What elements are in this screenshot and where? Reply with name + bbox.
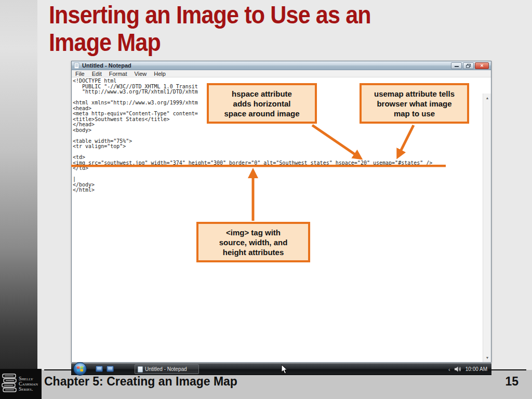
system-tray: ‹ 10:00 AM <box>448 363 487 375</box>
scroll-down-icon[interactable]: ▼ <box>483 354 491 362</box>
windows-logo-icon <box>72 362 88 377</box>
page-number: 15 <box>505 375 518 389</box>
mouse-cursor <box>281 364 288 375</box>
windows-switcher-icon <box>108 367 112 370</box>
volume-icon[interactable] <box>455 366 461 372</box>
menu-item[interactable]: File <box>72 70 88 77</box>
notepad-icon <box>74 62 80 69</box>
menu-item[interactable]: Format <box>105 70 131 77</box>
taskbar-task-notepad[interactable]: Untitled - Notepad <box>135 364 199 374</box>
publisher-name: Shelly Cashman Series. <box>19 376 38 392</box>
callout-imgtag: <img> tag with source, width, and height… <box>196 222 310 262</box>
monitor-icon <box>97 367 101 370</box>
slide-title: Inserting an Image to Use as an Image Ma… <box>49 1 371 56</box>
clock[interactable]: 10:00 AM <box>466 366 487 372</box>
close-icon: ✕ <box>480 63 484 68</box>
callout-usemap: usemap attribute tells browser what imag… <box>360 83 469 124</box>
restore-icon <box>466 64 471 68</box>
menu-item[interactable]: Edit <box>88 70 105 77</box>
close-button[interactable]: ✕ <box>475 62 489 69</box>
window-title: Untitled - Notepad <box>82 62 131 69</box>
code-line[interactable]: <td> <box>73 155 432 161</box>
menubar: FileEditFormatViewHelp <box>72 70 491 77</box>
slide-side-gradient <box>0 0 37 399</box>
quicklaunch-desktop-icon[interactable] <box>96 366 103 372</box>
notepad-task-icon <box>138 366 143 373</box>
code-line[interactable]: <body> <box>73 128 432 134</box>
minimize-button[interactable] <box>451 62 462 69</box>
code-line[interactable]: </body> <box>73 182 432 188</box>
quicklaunch-switcher-icon[interactable] <box>107 366 114 372</box>
code-line[interactable]: </td> <box>73 166 432 171</box>
menu-item[interactable]: View <box>131 70 151 77</box>
publisher-logo: Shelly Cashman Series. <box>0 369 42 399</box>
tray-expand-icon[interactable]: ‹ <box>448 366 450 373</box>
code-line[interactable] <box>73 171 432 177</box>
slide-title-line2: Image Map <box>49 29 371 56</box>
books-stack-icon <box>1 373 18 395</box>
code-line[interactable] <box>73 150 432 155</box>
task-button-label: Untitled - Notepad <box>145 366 187 372</box>
restore-button[interactable] <box>463 62 474 69</box>
code-line[interactable]: | <box>73 177 432 182</box>
code-line[interactable]: <table width="75%"> <box>73 139 432 144</box>
code-line[interactable]: <tr valign="top"> <box>73 144 432 150</box>
menu-item[interactable]: Help <box>150 70 169 77</box>
callout-hspace: hspace attribute adds horizontal space a… <box>207 83 317 124</box>
slide-title-line1: Inserting an Image to Use as an <box>49 1 371 29</box>
code-line[interactable] <box>73 133 432 139</box>
titlebar[interactable]: Untitled - Notepad ✕ <box>72 61 491 70</box>
code-line[interactable]: </html> <box>73 188 432 193</box>
code-line[interactable]: <img src="southwest.jpg" width="374" hei… <box>73 161 432 166</box>
start-button[interactable] <box>72 362 88 379</box>
slide: Inserting an Image to Use as an Image Ma… <box>0 0 532 399</box>
minimize-icon <box>455 65 459 67</box>
vertical-scrollbar[interactable]: ▲ ▼ <box>483 94 491 362</box>
scroll-up-icon[interactable]: ▲ <box>483 94 491 102</box>
